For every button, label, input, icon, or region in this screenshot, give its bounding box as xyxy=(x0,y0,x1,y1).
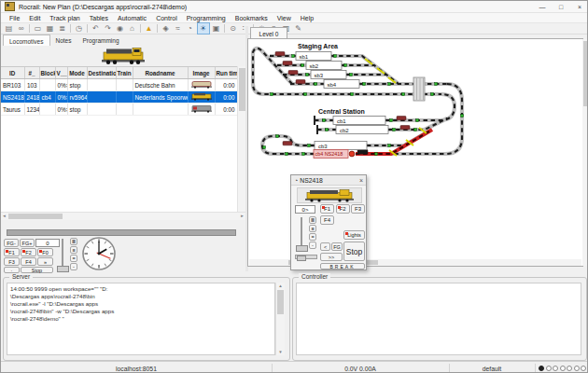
mini-vertical-slider[interactable] xyxy=(57,238,68,272)
scroll-right-icon[interactable]: ► xyxy=(239,213,245,219)
cell-num[interactable]: 103 xyxy=(24,79,39,91)
cell-destination[interactable] xyxy=(87,104,116,116)
menu-view[interactable]: View xyxy=(273,15,296,21)
table-row-selected[interactable]: NS2418 2418 cb4 0%> rv5964 Nederlands Sp… xyxy=(1,91,237,104)
f2-button[interactable]: F2 xyxy=(21,248,36,256)
cell-train[interactable] xyxy=(116,104,133,116)
vcruise-preset-button[interactable]: ≡ xyxy=(70,246,77,254)
cell-image[interactable] xyxy=(188,104,215,116)
col-runtime[interactable]: Run time xyxy=(215,67,237,79)
cell-mode[interactable]: stop xyxy=(67,104,87,116)
save-icon[interactable]: ▤ xyxy=(4,23,15,34)
dialog-vmid-preset-button[interactable]: = xyxy=(309,233,316,241)
cell-image[interactable] xyxy=(188,79,215,91)
redo-icon[interactable]: ↷ xyxy=(103,23,114,34)
dialog-vcruise-preset-button[interactable]: ≡ xyxy=(309,225,316,232)
server-log-scrollbar[interactable]: ▲ ▼ xyxy=(275,283,285,355)
cell-roadname[interactable] xyxy=(133,104,188,116)
menu-programming[interactable]: Programming xyxy=(182,15,231,21)
tab-notes[interactable]: Notes xyxy=(50,35,77,46)
clock-icon[interactable]: ◔ xyxy=(185,23,196,34)
menu-track-plan[interactable]: Track plan xyxy=(45,15,84,21)
lock-icon[interactable]: ◈ xyxy=(161,23,172,34)
cell-image[interactable] xyxy=(188,91,215,104)
dialog-stop-button[interactable]: Stop xyxy=(343,242,365,261)
warning-icon[interactable]: ▲ xyxy=(144,23,155,34)
dialog-title-bar[interactable]: ◔ NS2418 × xyxy=(291,175,366,186)
cell-runtime[interactable]: 0:00 xyxy=(215,79,237,91)
table-hscrollbar[interactable]: ◄ ► xyxy=(1,212,245,220)
col-roadname[interactable]: Roadname xyxy=(133,67,188,79)
edit-icon[interactable]: ✎ xyxy=(293,23,304,34)
cell-destination[interactable] xyxy=(87,79,116,91)
cell-destination[interactable] xyxy=(87,91,116,104)
cell-block[interactable] xyxy=(39,104,55,116)
open-icon[interactable]: ▭ xyxy=(33,23,44,34)
f0-button[interactable]: F0 xyxy=(37,248,53,256)
dialog-next-button[interactable]: >> xyxy=(320,253,343,261)
menu-control[interactable]: Control xyxy=(151,15,182,21)
dialog-f2-button[interactable]: F2 xyxy=(336,204,350,214)
stop-button[interactable]: Stop xyxy=(21,267,53,273)
cell-runtime[interactable]: 0:00 xyxy=(215,104,237,116)
col-id[interactable]: ID xyxy=(1,67,24,79)
cell-v[interactable]: 0%> xyxy=(55,104,67,116)
dialog-break-button[interactable]: BREAK xyxy=(320,263,365,269)
cell-mode[interactable]: stop xyxy=(67,79,87,91)
vmax-preset-button[interactable]: ≣ xyxy=(70,238,77,245)
menu-bookmarks[interactable]: Bookmarks xyxy=(231,15,273,21)
dialog-f3-button[interactable]: F3 xyxy=(351,204,365,214)
minimize-button[interactable]: — xyxy=(533,1,552,13)
fg-plus-button[interactable]: FG+ xyxy=(20,239,35,247)
signal-red[interactable] xyxy=(349,151,355,157)
f1-button[interactable]: F1 xyxy=(4,248,20,256)
throttle-dialog[interactable]: ◔ NS2418 × ≣ ≡ = - F1 F2 F3 xyxy=(290,174,367,270)
col-num[interactable]: #_ xyxy=(24,67,39,79)
cell-train[interactable] xyxy=(116,91,133,104)
monitor-icon[interactable]: ▣ xyxy=(211,23,222,34)
cell-mode[interactable]: rv5964 xyxy=(67,91,87,104)
f3-button[interactable]: F3 xyxy=(4,257,20,266)
col-mode[interactable]: Mode xyxy=(67,67,87,79)
speed-slider[interactable] xyxy=(7,229,236,236)
cell-v[interactable]: 0%> xyxy=(55,79,67,91)
scroll-left-icon[interactable]: ◄ xyxy=(1,213,7,219)
col-train[interactable]: Train xyxy=(116,67,133,79)
cell-id[interactable]: NS2418 xyxy=(1,91,24,104)
dialog-mini-hslider[interactable] xyxy=(295,255,317,259)
menu-automatic[interactable]: Automatic xyxy=(113,15,151,21)
menu-edit[interactable]: Edit xyxy=(24,15,45,21)
fg-minus-button[interactable]: FG- xyxy=(4,239,19,247)
search-icon[interactable]: ⊙ xyxy=(228,23,239,34)
cell-runtime[interactable]: 0:00 xyxy=(215,91,237,104)
cell-id[interactable]: BR103 xyxy=(1,79,24,91)
dialog-close-icon[interactable]: × xyxy=(359,177,363,184)
server-log[interactable]: 14:00:50 9999 open workspace="" "D: \Des… xyxy=(7,283,275,355)
power-icon[interactable]: ◷ xyxy=(74,23,85,34)
dialog-vmin-preset-button[interactable]: - xyxy=(309,242,316,249)
f4-button[interactable]: F4 xyxy=(21,257,36,266)
power-on-icon[interactable]: ☀ xyxy=(197,22,210,35)
table-row[interactable]: BR103 103 0%> stop Deutsche Bahn 0:00 xyxy=(1,79,237,91)
record-icon[interactable]: ◉ xyxy=(115,23,126,34)
connect-icon[interactable]: ∞ xyxy=(16,23,27,34)
cell-v[interactable]: 0%> xyxy=(55,91,67,104)
vmin-preset-button[interactable]: - xyxy=(70,263,77,270)
menu-tables[interactable]: Tables xyxy=(85,15,113,21)
vmid-preset-button[interactable]: = xyxy=(70,255,77,262)
col-image[interactable]: Image xyxy=(188,67,215,79)
dialog-f1-button[interactable]: F1 xyxy=(320,204,334,214)
dialog-vertical-slider[interactable] xyxy=(296,216,307,252)
controller-log[interactable] xyxy=(296,283,581,355)
col-destination[interactable]: Destination xyxy=(87,67,116,79)
cell-roadname[interactable]: Nederlands Spoorwegen xyxy=(133,91,188,104)
dialog-prev-button[interactable]: < xyxy=(320,242,330,251)
print-icon[interactable]: ≣ xyxy=(57,23,68,34)
dialog-speed-field[interactable] xyxy=(295,205,315,214)
dialog-fg-button[interactable]: FG xyxy=(331,242,343,251)
tab-programming[interactable]: Programming xyxy=(77,35,124,46)
menu-help[interactable]: Help xyxy=(296,15,318,21)
cell-train[interactable] xyxy=(116,79,133,91)
dialog-f4-button[interactable]: F4 xyxy=(320,215,334,225)
cell-block[interactable]: cb4 xyxy=(39,91,55,104)
